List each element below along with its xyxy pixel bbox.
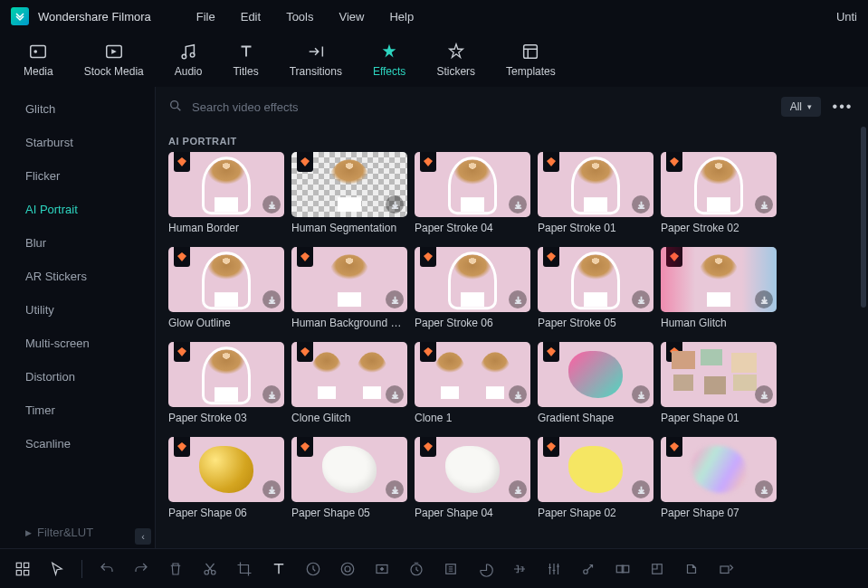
effect-card[interactable]: Paper Stroke 04	[415, 152, 530, 234]
effect-card[interactable]: Clone Glitch	[291, 342, 407, 424]
effect-card[interactable]: Human Glitch	[661, 247, 777, 329]
download-icon[interactable]	[386, 480, 404, 498]
sidebar-item-blur[interactable]: Blur	[25, 226, 155, 260]
download-icon[interactable]	[632, 195, 650, 213]
download-icon[interactable]	[632, 290, 650, 308]
tab-audio[interactable]: Audio	[167, 38, 210, 81]
effect-card[interactable]: Paper Stroke 05	[538, 247, 653, 329]
effect-card[interactable]: Human Segmentation	[291, 152, 407, 234]
effect-card[interactable]: Glow Outline	[168, 247, 284, 329]
download-icon[interactable]	[509, 195, 527, 213]
download-icon[interactable]	[262, 195, 281, 213]
sidebar-scroll[interactable]: GlitchStarburstFlickerAI PortraitBlurAR …	[0, 87, 155, 517]
download-icon[interactable]	[755, 480, 773, 498]
effect-card[interactable]: Paper Stroke 03	[168, 342, 284, 424]
tab-transitions[interactable]: Transitions	[282, 38, 349, 81]
export-icon[interactable]	[716, 559, 736, 579]
filter-dropdown[interactable]: All ▾	[781, 97, 821, 117]
collapse-sidebar-button[interactable]: ‹	[135, 528, 151, 545]
more-options-button[interactable]: •••	[830, 96, 855, 118]
sidebar-item-starburst[interactable]: Starburst	[25, 126, 155, 159]
group-icon[interactable]	[613, 559, 633, 579]
download-icon[interactable]	[632, 480, 650, 498]
download-icon[interactable]	[755, 385, 773, 403]
sidebar-group-filter-lut[interactable]: ▶ Filter&LUT	[0, 517, 155, 548]
effect-card[interactable]: Paper Shape 02	[538, 437, 653, 519]
premium-badge-icon	[420, 342, 436, 362]
cut-icon[interactable]	[200, 559, 220, 579]
tab-templates[interactable]: Templates	[499, 38, 563, 81]
crop-icon[interactable]	[234, 559, 254, 579]
download-icon[interactable]	[262, 385, 281, 403]
effect-card[interactable]: Gradient Shape	[538, 342, 653, 424]
download-icon[interactable]	[509, 385, 527, 403]
keyframe-icon[interactable]	[372, 559, 392, 579]
sidebar-item-multi-screen[interactable]: Multi-screen	[25, 327, 155, 360]
effect-card[interactable]: Human Border	[168, 152, 284, 234]
menu-file[interactable]: File	[196, 10, 215, 24]
layout-grid-icon[interactable]	[13, 559, 33, 579]
download-icon[interactable]	[386, 290, 404, 308]
svg-rect-8	[24, 563, 29, 567]
effect-card[interactable]: Paper Stroke 06	[415, 247, 530, 329]
effect-card[interactable]: Paper Shape 05	[291, 437, 407, 519]
menu-edit[interactable]: Edit	[241, 10, 261, 24]
detach-audio-icon[interactable]	[475, 559, 495, 579]
effect-card[interactable]: Paper Shape 01	[661, 342, 777, 424]
effect-card[interactable]: Paper Stroke 01	[538, 152, 653, 234]
tab-stock-media[interactable]: Stock Media	[77, 38, 151, 81]
tab-effects[interactable]: Effects	[366, 38, 413, 81]
download-icon[interactable]	[632, 385, 650, 403]
tab-stickers[interactable]: Stickers	[429, 38, 482, 81]
effect-card[interactable]: Paper Shape 06	[168, 437, 284, 519]
download-icon[interactable]	[262, 290, 281, 308]
motion-icon[interactable]	[578, 559, 598, 579]
effect-card[interactable]: Clone 1	[415, 342, 530, 424]
tab-media[interactable]: Media	[16, 38, 61, 81]
download-icon[interactable]	[386, 385, 404, 403]
menu-view[interactable]: View	[339, 10, 364, 24]
content-panel: All ▾ ••• AI PORTRAIT Human BorderHuman …	[156, 87, 868, 548]
sidebar-item-glitch[interactable]: Glitch	[25, 92, 155, 126]
sidebar-item-ai-portrait[interactable]: AI Portrait	[25, 193, 155, 226]
effect-card[interactable]: Human Background Bl...	[291, 247, 407, 329]
download-icon[interactable]	[262, 480, 281, 498]
effect-card[interactable]: Paper Shape 04	[415, 437, 530, 519]
delete-icon[interactable]	[166, 559, 186, 579]
tab-label: Transitions	[290, 65, 342, 78]
align-icon[interactable]	[510, 559, 529, 579]
download-icon[interactable]	[386, 195, 404, 213]
sidebar-item-ar-stickers[interactable]: AR Stickers	[25, 260, 155, 293]
effect-card[interactable]: Paper Stroke 02	[661, 152, 777, 234]
effect-card[interactable]: Paper Shape 07	[661, 437, 777, 519]
download-icon[interactable]	[509, 480, 527, 498]
color-icon[interactable]	[338, 559, 358, 579]
sidebar-item-scanline[interactable]: Scanline	[25, 427, 155, 460]
effect-label: Paper Shape 06	[168, 507, 284, 519]
adjust-icon[interactable]	[647, 559, 667, 579]
download-icon[interactable]	[755, 195, 773, 213]
sidebar-item-flicker[interactable]: Flicker	[25, 159, 155, 193]
undo-icon[interactable]	[97, 559, 117, 579]
speed-icon[interactable]	[303, 559, 323, 579]
download-icon[interactable]	[755, 290, 773, 308]
redo-icon[interactable]	[131, 559, 151, 579]
sidebar-item-distortion[interactable]: Distortion	[25, 360, 155, 394]
text-icon[interactable]	[269, 559, 289, 579]
search-input[interactable]	[192, 100, 772, 114]
cursor-icon[interactable]	[47, 559, 67, 579]
menu-help[interactable]: Help	[389, 10, 414, 24]
sidebar-item-timer[interactable]: Timer	[25, 394, 155, 427]
download-icon[interactable]	[509, 290, 527, 308]
tab-titles[interactable]: Titles	[225, 38, 265, 81]
mixer-icon[interactable]	[544, 559, 564, 579]
render-icon[interactable]	[682, 559, 701, 579]
search-row: All ▾ •••	[156, 87, 868, 127]
freeze-icon[interactable]	[441, 559, 461, 579]
effects-grid-scroll[interactable]: Human BorderHuman SegmentationPaper Stro…	[156, 152, 868, 548]
menu-tools[interactable]: Tools	[286, 10, 313, 24]
duration-icon[interactable]	[406, 559, 426, 579]
premium-badge-icon	[420, 437, 436, 457]
sidebar-item-utility[interactable]: Utility	[25, 293, 155, 327]
content-scrollbar[interactable]	[861, 127, 866, 308]
